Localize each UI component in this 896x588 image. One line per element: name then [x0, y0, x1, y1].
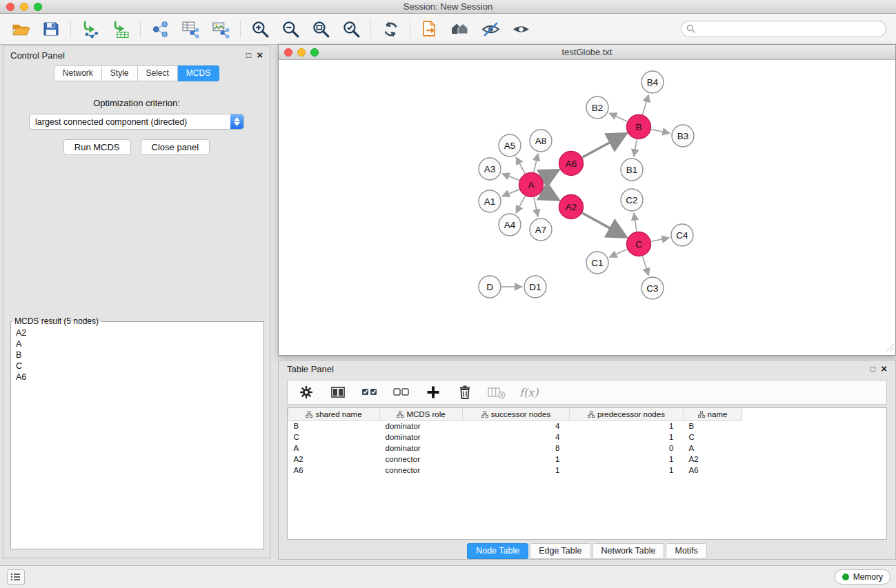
- graph-edge-A-A3[interactable]: [502, 174, 519, 181]
- table-cell: A6: [288, 465, 380, 476]
- close-window-button[interactable]: [6, 3, 14, 11]
- network-table-icon[interactable]: [179, 18, 201, 40]
- table-tab-edge-table[interactable]: Edge Table: [530, 543, 590, 559]
- graph-node-label-B3: B3: [677, 131, 689, 141]
- table-row[interactable]: Bdominator41B: [288, 420, 887, 432]
- graph-edge-B-B3[interactable]: [651, 130, 670, 134]
- result-item[interactable]: B: [13, 349, 261, 361]
- show-columns-icon[interactable]: [329, 383, 347, 401]
- result-item[interactable]: C: [13, 361, 261, 372]
- column-header-predecessor-nodes[interactable]: predecessor nodes: [570, 408, 684, 420]
- graph-edge-B-B4[interactable]: [642, 94, 648, 114]
- table-tab-node-table[interactable]: Node Table: [467, 543, 528, 559]
- network-canvas[interactable]: B4B2BB3A5A8A6A3B1AA1C2A2A4A7CC4C1C3DD1: [279, 60, 895, 355]
- graph-node-label-A8: A8: [535, 136, 547, 146]
- table-cell: 4: [463, 420, 570, 432]
- graph-edge-A-A2[interactable]: [542, 191, 559, 200]
- table-tab-network-table[interactable]: Network Table: [593, 543, 665, 559]
- table-cell: A2: [288, 454, 380, 465]
- graph-edge-C-C4[interactable]: [651, 238, 669, 241]
- graph-edge-A2-C[interactable]: [582, 213, 626, 237]
- open-folder-icon[interactable]: [10, 18, 32, 40]
- tab-network[interactable]: Network: [54, 65, 102, 81]
- tab-select[interactable]: Select: [138, 65, 178, 81]
- select-all-icon[interactable]: [361, 383, 379, 401]
- result-item[interactable]: A: [13, 338, 261, 349]
- network-share-icon[interactable]: [149, 18, 171, 40]
- zoom-out-icon[interactable]: [279, 18, 301, 40]
- memory-button[interactable]: Memory: [835, 569, 890, 585]
- home-icon[interactable]: [449, 18, 471, 40]
- minimize-window-button[interactable]: [20, 3, 28, 11]
- graph-edge-A-A6[interactable]: [542, 170, 559, 179]
- tab-style[interactable]: Style: [102, 65, 138, 81]
- zoom-selected-icon[interactable]: [340, 18, 362, 40]
- table-row[interactable]: Adominator80A: [288, 443, 887, 454]
- table-row[interactable]: A6connector11A6: [288, 465, 887, 476]
- network-close-button[interactable]: [284, 48, 292, 57]
- control-panel-header: Control Panel □ ×: [3, 46, 270, 64]
- float-table-panel-icon[interactable]: □: [870, 364, 875, 374]
- result-item[interactable]: A2: [13, 327, 261, 338]
- graph-edge-A-A1[interactable]: [502, 190, 519, 196]
- table-row[interactable]: Cdominator41C: [288, 432, 887, 443]
- float-panel-icon[interactable]: □: [246, 50, 251, 60]
- delete-row-icon[interactable]: [456, 383, 474, 401]
- table-cell: C: [288, 432, 380, 443]
- graph-edge-C-C3[interactable]: [643, 256, 649, 276]
- add-row-icon[interactable]: [424, 383, 442, 401]
- zoom-in-icon[interactable]: [249, 18, 271, 40]
- save-session-icon[interactable]: [40, 18, 62, 40]
- graph-node-label-A2: A2: [566, 202, 577, 212]
- mcds-result-title: MCDS result (5 nodes): [12, 316, 101, 326]
- network-minimize-button[interactable]: [297, 48, 306, 57]
- zoom-window-button[interactable]: [34, 3, 42, 11]
- column-header-shared-name[interactable]: shared name: [288, 408, 380, 420]
- zoom-fit-icon[interactable]: [310, 18, 332, 40]
- network-window-titlebar[interactable]: testGlobe.txt: [279, 45, 895, 60]
- visual-style-icon[interactable]: [479, 18, 501, 40]
- close-panel-button[interactable]: Close panel: [141, 139, 210, 155]
- column-header-successor-nodes[interactable]: successor nodes: [463, 408, 570, 420]
- eye-icon[interactable]: [510, 18, 532, 40]
- network-image-icon[interactable]: [210, 18, 232, 40]
- function-builder-icon: f(x): [519, 386, 538, 399]
- toolbar-separator: [370, 20, 371, 38]
- graph-edge-A-A4[interactable]: [516, 196, 525, 213]
- search-input[interactable]: [681, 21, 886, 37]
- network-zoom-button[interactable]: [310, 48, 319, 57]
- column-type-icon: [588, 411, 595, 418]
- deselect-all-icon[interactable]: [392, 383, 410, 401]
- graph-edge-A-A8[interactable]: [534, 154, 538, 172]
- graph-edge-B-B2[interactable]: [609, 113, 627, 121]
- column-header-name[interactable]: name: [684, 408, 742, 420]
- settings-gear-icon[interactable]: [297, 383, 315, 401]
- import-network-icon[interactable]: [79, 18, 101, 40]
- graph-edge-C-C1[interactable]: [609, 250, 627, 258]
- graph-node-label-A3: A3: [484, 164, 496, 174]
- criterion-dropdown[interactable]: largest connected component (directed): [29, 114, 244, 130]
- graph-edge-A-A7[interactable]: [534, 197, 538, 216]
- table-tab-motifs[interactable]: Motifs: [666, 543, 706, 559]
- graph-edge-A-A5[interactable]: [516, 157, 525, 174]
- graph-edge-A6-B[interactable]: [582, 134, 626, 157]
- resize-grip-icon[interactable]: [886, 342, 895, 354]
- mcds-result-list[interactable]: A2ABCA6: [13, 327, 261, 547]
- result-item[interactable]: A6: [13, 372, 261, 383]
- import-table-icon[interactable]: [110, 18, 132, 40]
- close-panel-icon[interactable]: ×: [257, 51, 263, 59]
- toolbar-separator: [240, 20, 241, 38]
- table-cell: 1: [570, 465, 684, 476]
- graph-node-label-C2: C2: [626, 195, 637, 205]
- table-cell: B: [288, 420, 380, 432]
- graph-edge-C-C2[interactable]: [634, 213, 637, 232]
- refresh-icon[interactable]: [379, 18, 401, 40]
- run-mcds-button[interactable]: Run MCDS: [63, 139, 131, 155]
- tab-mcds[interactable]: MCDS: [178, 65, 219, 81]
- export-document-icon[interactable]: [419, 18, 441, 40]
- column-header-MCDS-role[interactable]: MCDS role: [380, 408, 463, 420]
- table-row[interactable]: A2connector11A2: [288, 454, 887, 465]
- close-table-panel-icon[interactable]: ×: [881, 365, 887, 373]
- task-list-icon[interactable]: [7, 569, 25, 585]
- graph-edge-B-B1[interactable]: [634, 139, 637, 156]
